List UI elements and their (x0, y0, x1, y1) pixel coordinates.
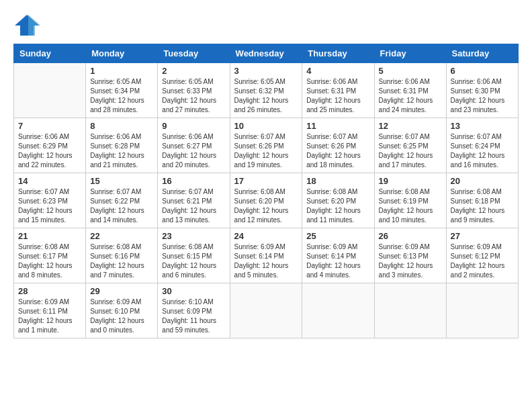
calendar-cell: 5Sunrise: 6:06 AM Sunset: 6:31 PM Daylig… (374, 63, 446, 118)
day-info: Sunrise: 6:10 AM Sunset: 6:09 PM Dayligh… (162, 298, 225, 335)
calendar-week-3: 14Sunrise: 6:07 AM Sunset: 6:23 PM Dayli… (14, 173, 519, 228)
day-number: 25 (306, 231, 369, 241)
day-info: Sunrise: 6:09 AM Sunset: 6:11 PM Dayligh… (18, 298, 81, 335)
calendar-cell: 3Sunrise: 6:05 AM Sunset: 6:32 PM Daylig… (230, 63, 302, 118)
day-number: 17 (234, 176, 298, 186)
calendar-cell: 11Sunrise: 6:07 AM Sunset: 6:26 PM Dayli… (302, 118, 374, 173)
day-info: Sunrise: 6:08 AM Sunset: 6:18 PM Dayligh… (451, 187, 514, 225)
calendar-cell: 19Sunrise: 6:08 AM Sunset: 6:19 PM Dayli… (374, 173, 446, 228)
calendar-cell: 26Sunrise: 6:09 AM Sunset: 6:13 PM Dayli… (374, 228, 446, 283)
day-info: Sunrise: 6:06 AM Sunset: 6:29 PM Dayligh… (18, 132, 81, 170)
day-info: Sunrise: 6:09 AM Sunset: 6:14 PM Dayligh… (306, 242, 369, 280)
page-header (13, 13, 519, 37)
calendar-cell: 25Sunrise: 6:09 AM Sunset: 6:14 PM Dayli… (302, 228, 374, 283)
day-number: 19 (379, 176, 442, 186)
day-number: 8 (90, 121, 153, 131)
calendar-cell: 23Sunrise: 6:08 AM Sunset: 6:15 PM Dayli… (158, 228, 230, 283)
calendar-cell (302, 283, 374, 338)
calendar-cell: 6Sunrise: 6:06 AM Sunset: 6:30 PM Daylig… (446, 63, 518, 118)
day-info: Sunrise: 6:08 AM Sunset: 6:20 PM Dayligh… (306, 187, 369, 225)
day-number: 14 (18, 176, 81, 186)
day-number: 20 (451, 176, 514, 186)
day-number: 18 (306, 176, 369, 186)
calendar-cell: 24Sunrise: 6:09 AM Sunset: 6:14 PM Dayli… (230, 228, 302, 283)
calendar-cell: 12Sunrise: 6:07 AM Sunset: 6:25 PM Dayli… (374, 118, 446, 173)
calendar-week-5: 28Sunrise: 6:09 AM Sunset: 6:11 PM Dayli… (14, 283, 519, 338)
day-number: 28 (18, 286, 81, 296)
day-info: Sunrise: 6:06 AM Sunset: 6:30 PM Dayligh… (451, 77, 514, 115)
calendar-header-wednesday: Wednesday (230, 44, 302, 63)
calendar-cell: 18Sunrise: 6:08 AM Sunset: 6:20 PM Dayli… (302, 173, 374, 228)
day-info: Sunrise: 6:05 AM Sunset: 6:32 PM Dayligh… (234, 77, 298, 115)
calendar-cell: 2Sunrise: 6:05 AM Sunset: 6:33 PM Daylig… (158, 63, 230, 118)
day-number: 11 (306, 121, 369, 131)
day-info: Sunrise: 6:09 AM Sunset: 6:10 PM Dayligh… (90, 298, 153, 335)
day-info: Sunrise: 6:08 AM Sunset: 6:15 PM Dayligh… (162, 242, 225, 280)
day-info: Sunrise: 6:07 AM Sunset: 6:24 PM Dayligh… (451, 132, 514, 170)
day-info: Sunrise: 6:07 AM Sunset: 6:21 PM Dayligh… (162, 187, 225, 225)
day-info: Sunrise: 6:08 AM Sunset: 6:17 PM Dayligh… (18, 242, 81, 280)
calendar-week-1: 1Sunrise: 6:05 AM Sunset: 6:34 PM Daylig… (14, 63, 519, 118)
calendar-cell: 1Sunrise: 6:05 AM Sunset: 6:34 PM Daylig… (86, 63, 158, 118)
day-number: 27 (451, 231, 514, 241)
day-info: Sunrise: 6:07 AM Sunset: 6:23 PM Dayligh… (18, 187, 81, 225)
calendar-header-friday: Friday (374, 44, 446, 63)
calendar-cell: 27Sunrise: 6:09 AM Sunset: 6:12 PM Dayli… (446, 228, 518, 283)
calendar-header-row: SundayMondayTuesdayWednesdayThursdayFrid… (14, 44, 519, 63)
day-number: 5 (379, 66, 442, 76)
day-info: Sunrise: 6:09 AM Sunset: 6:13 PM Dayligh… (379, 242, 442, 280)
day-number: 9 (162, 121, 225, 131)
day-info: Sunrise: 6:07 AM Sunset: 6:26 PM Dayligh… (306, 132, 369, 170)
calendar-cell: 7Sunrise: 6:06 AM Sunset: 6:29 PM Daylig… (14, 118, 86, 173)
day-info: Sunrise: 6:09 AM Sunset: 6:14 PM Dayligh… (234, 242, 298, 280)
day-info: Sunrise: 6:06 AM Sunset: 6:31 PM Dayligh… (306, 77, 369, 115)
day-number: 16 (162, 176, 225, 186)
calendar-header-tuesday: Tuesday (158, 44, 230, 63)
day-number: 22 (90, 231, 153, 241)
day-number: 7 (18, 121, 81, 131)
day-number: 26 (379, 231, 442, 241)
day-number: 4 (306, 66, 369, 76)
calendar-header-thursday: Thursday (302, 44, 374, 63)
calendar-header-sunday: Sunday (14, 44, 86, 63)
day-info: Sunrise: 6:06 AM Sunset: 6:28 PM Dayligh… (90, 132, 153, 170)
calendar-cell: 22Sunrise: 6:08 AM Sunset: 6:16 PM Dayli… (86, 228, 158, 283)
calendar-cell: 16Sunrise: 6:07 AM Sunset: 6:21 PM Dayli… (158, 173, 230, 228)
day-number: 10 (234, 121, 298, 131)
logo (13, 13, 43, 37)
calendar-cell: 28Sunrise: 6:09 AM Sunset: 6:11 PM Dayli… (14, 283, 86, 338)
calendar-header-saturday: Saturday (446, 44, 518, 63)
calendar-cell (374, 283, 446, 338)
calendar-cell: 4Sunrise: 6:06 AM Sunset: 6:31 PM Daylig… (302, 63, 374, 118)
calendar-cell: 17Sunrise: 6:08 AM Sunset: 6:20 PM Dayli… (230, 173, 302, 228)
day-number: 21 (18, 231, 81, 241)
calendar-cell (230, 283, 302, 338)
day-number: 13 (451, 121, 514, 131)
calendar-week-2: 7Sunrise: 6:06 AM Sunset: 6:29 PM Daylig… (14, 118, 519, 173)
calendar-cell: 8Sunrise: 6:06 AM Sunset: 6:28 PM Daylig… (86, 118, 158, 173)
day-number: 6 (451, 66, 514, 76)
calendar-cell: 30Sunrise: 6:10 AM Sunset: 6:09 PM Dayli… (158, 283, 230, 338)
calendar-cell: 20Sunrise: 6:08 AM Sunset: 6:18 PM Dayli… (446, 173, 518, 228)
day-number: 3 (234, 66, 298, 76)
calendar-cell: 21Sunrise: 6:08 AM Sunset: 6:17 PM Dayli… (14, 228, 86, 283)
day-info: Sunrise: 6:05 AM Sunset: 6:34 PM Dayligh… (90, 77, 153, 115)
day-number: 15 (90, 176, 153, 186)
day-info: Sunrise: 6:08 AM Sunset: 6:19 PM Dayligh… (379, 187, 442, 225)
calendar-cell: 10Sunrise: 6:07 AM Sunset: 6:26 PM Dayli… (230, 118, 302, 173)
day-number: 12 (379, 121, 442, 131)
svg-marker-1 (28, 15, 40, 36)
logo-icon (13, 13, 40, 37)
calendar-cell (446, 283, 518, 338)
day-number: 29 (90, 286, 153, 296)
day-number: 1 (90, 66, 153, 76)
day-number: 23 (162, 231, 225, 241)
day-info: Sunrise: 6:08 AM Sunset: 6:20 PM Dayligh… (234, 187, 298, 225)
day-info: Sunrise: 6:07 AM Sunset: 6:22 PM Dayligh… (90, 187, 153, 225)
calendar-cell: 29Sunrise: 6:09 AM Sunset: 6:10 PM Dayli… (86, 283, 158, 338)
day-info: Sunrise: 6:09 AM Sunset: 6:12 PM Dayligh… (451, 242, 514, 280)
day-number: 30 (162, 286, 225, 296)
day-number: 24 (234, 231, 298, 241)
calendar-cell: 14Sunrise: 6:07 AM Sunset: 6:23 PM Dayli… (14, 173, 86, 228)
day-info: Sunrise: 6:08 AM Sunset: 6:16 PM Dayligh… (90, 242, 153, 280)
